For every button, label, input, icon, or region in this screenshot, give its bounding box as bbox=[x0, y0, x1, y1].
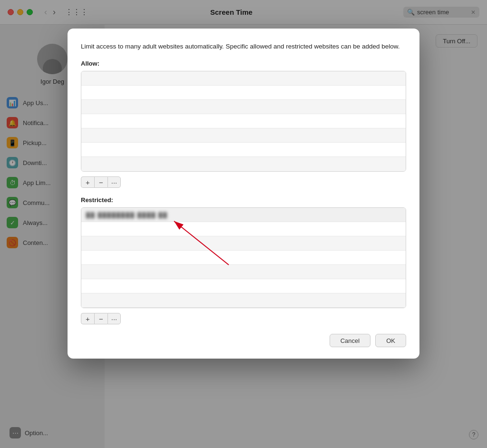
restricted-entry-text: ██ ████████ ████ ██ bbox=[86, 212, 168, 218]
restricted-row-3[interactable] bbox=[81, 236, 406, 251]
allow-row-1[interactable] bbox=[81, 71, 406, 86]
restricted-row-6[interactable] bbox=[81, 279, 406, 293]
allow-remove-button[interactable]: − bbox=[94, 176, 107, 188]
dialog-actions: Cancel OK bbox=[81, 334, 406, 347]
allow-list bbox=[81, 71, 406, 172]
allow-row-5[interactable] bbox=[81, 128, 406, 143]
restricted-list: ██ ████████ ████ ██ bbox=[81, 207, 406, 308]
allow-row-6[interactable] bbox=[81, 143, 406, 157]
restricted-row-5[interactable] bbox=[81, 265, 406, 279]
restricted-row-2[interactable] bbox=[81, 222, 406, 236]
allow-row-4[interactable] bbox=[81, 114, 406, 128]
allow-toolbar: + − ··· bbox=[81, 176, 406, 188]
allow-row-7[interactable] bbox=[81, 157, 406, 171]
restricted-row-1[interactable]: ██ ████████ ████ ██ bbox=[81, 208, 406, 222]
restricted-toolbar: + − ··· bbox=[81, 313, 406, 324]
dialog: Limit access to many adult websites auto… bbox=[68, 29, 419, 359]
cancel-button[interactable]: Cancel bbox=[330, 334, 370, 347]
allow-row-3[interactable] bbox=[81, 100, 406, 114]
restricted-row-4[interactable] bbox=[81, 251, 406, 265]
dialog-description: Limit access to many adult websites auto… bbox=[81, 42, 406, 51]
restricted-add-button[interactable]: + bbox=[81, 313, 94, 324]
ok-button[interactable]: OK bbox=[375, 334, 406, 347]
restricted-more-icon: ··· bbox=[111, 315, 117, 323]
modal-overlay: Limit access to many adult websites auto… bbox=[0, 0, 487, 448]
restricted-remove-button[interactable]: − bbox=[94, 313, 107, 324]
allow-add-button[interactable]: + bbox=[81, 176, 94, 188]
allow-row-2[interactable] bbox=[81, 86, 406, 100]
allow-more-icon: ··· bbox=[111, 178, 117, 186]
restricted-section-label: Restricted: bbox=[81, 196, 406, 204]
allow-more-button[interactable]: ··· bbox=[107, 176, 121, 188]
restricted-row-7[interactable] bbox=[81, 293, 406, 308]
allow-section-label: Allow: bbox=[81, 60, 406, 67]
restricted-more-button[interactable]: ··· bbox=[107, 313, 121, 324]
